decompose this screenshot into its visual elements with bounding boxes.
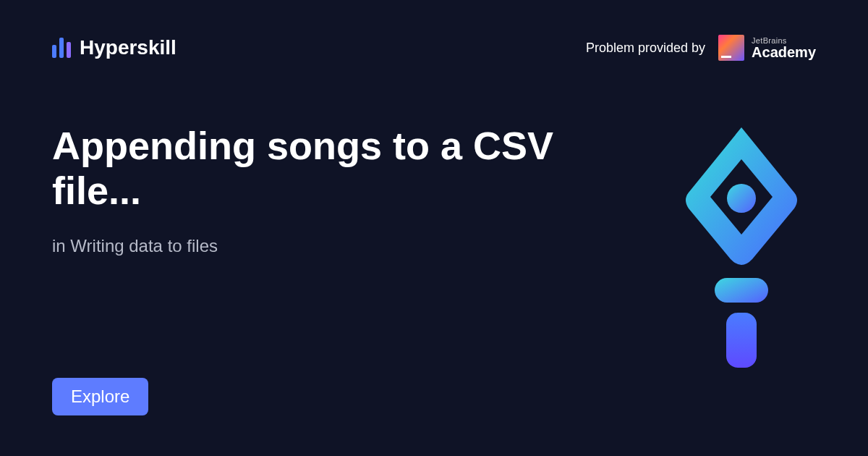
explore-button[interactable]: Explore <box>52 378 148 415</box>
content: Appending songs to a CSV file... in Writ… <box>52 123 587 256</box>
hyperskill-logo[interactable]: Hyperskill <box>52 36 176 59</box>
page-subtitle: in Writing data to files <box>52 236 587 256</box>
page-title: Appending songs to a CSV file... <box>52 123 587 213</box>
provider-prefix: Problem provided by <box>586 41 705 56</box>
svg-rect-2 <box>726 313 757 368</box>
hyperskill-wordmark: Hyperskill <box>80 36 176 59</box>
header: Hyperskill Problem provided by JetBrains… <box>0 0 868 61</box>
hyperskill-bars-icon <box>52 38 71 58</box>
jetbrains-icon <box>718 35 744 61</box>
pen-nib-icon <box>673 123 810 369</box>
jetbrains-label: JetBrains <box>752 37 816 45</box>
svg-rect-1 <box>715 278 768 303</box>
svg-point-0 <box>727 184 756 213</box>
provider-block: Problem provided by JetBrains Academy <box>586 35 816 61</box>
academy-label: Academy <box>752 45 816 59</box>
jetbrains-academy-logo[interactable]: JetBrains Academy <box>718 35 816 61</box>
